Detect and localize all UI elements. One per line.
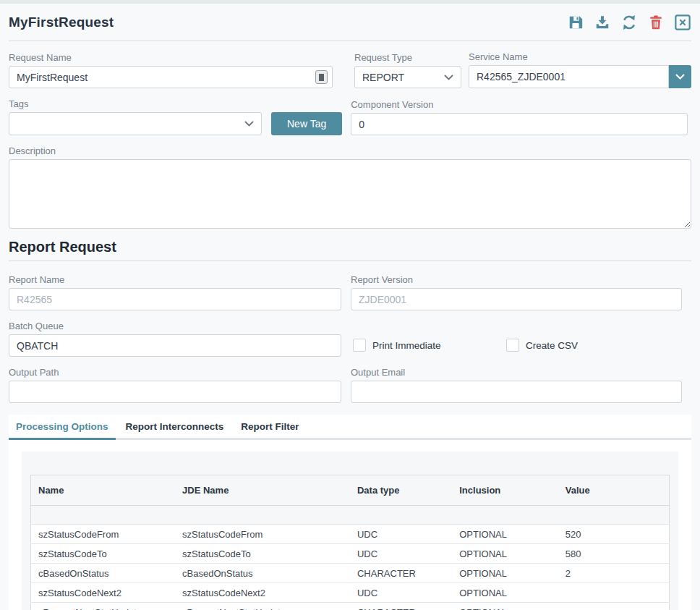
table-row[interactable]: szStatusCodeNext2 szStatusCodeNext2 UDC … — [31, 583, 670, 603]
form-row-output: Output Path Output Email — [9, 367, 691, 403]
component-version-field: Component Version — [351, 99, 688, 135]
column-header-inclusion: Inclusion — [452, 475, 558, 506]
column-header-jde-name: JDE Name — [175, 475, 350, 506]
request-type-select[interactable]: REPORT — [354, 66, 461, 88]
download-icon — [594, 14, 610, 30]
close-button[interactable] — [674, 14, 691, 31]
report-name-label: Report Name — [9, 274, 341, 285]
report-version-field: Report Version — [351, 274, 682, 310]
table-cell: szStatusCodeTo — [31, 544, 176, 564]
print-immediate-group: Print Immediate — [353, 339, 506, 352]
form-row-report: Report Name Report Version — [9, 274, 691, 310]
request-type-field: Request Type REPORT — [354, 52, 461, 88]
new-tag-button[interactable]: New Tag — [271, 112, 342, 135]
delete-button[interactable] — [647, 14, 665, 31]
refresh-icon — [621, 14, 637, 30]
table-cell: 2 — [558, 564, 670, 583]
report-name-input — [9, 288, 341, 310]
request-type-label: Request Type — [354, 52, 461, 63]
request-name-input[interactable] — [9, 66, 333, 88]
table-cell: OPTIONAL — [452, 583, 558, 603]
column-header-name: Name — [31, 475, 176, 506]
create-csv-checkbox[interactable] — [506, 339, 519, 352]
table-cell: CHARACTER — [350, 603, 452, 610]
table-row[interactable]: szStatusCodeTo szStatusCodeTo UDC OPTION… — [31, 544, 670, 564]
report-name-field: Report Name — [9, 274, 341, 310]
table-cell: cPreventNextStatUpdate — [31, 603, 176, 610]
chevron-down-icon — [675, 74, 685, 80]
output-path-input[interactable] — [9, 381, 341, 403]
request-header: MyFirstRequest — [9, 4, 691, 41]
tab-card: Processing Options Report Interconnects … — [9, 415, 691, 610]
refresh-button[interactable] — [620, 14, 638, 31]
service-name-label: Service Name — [469, 51, 691, 62]
table-row[interactable] — [31, 506, 670, 525]
create-csv-label: Create CSV — [526, 340, 578, 351]
component-version-label: Component Version — [351, 99, 688, 110]
report-request-heading: Report Request — [9, 239, 691, 255]
table-cell — [558, 603, 670, 610]
request-page: MyFirstRequest — [0, 4, 700, 610]
table-row[interactable]: cPreventNextStatUpdate cPreventNextStatU… — [31, 603, 670, 610]
table-cell: UDC — [350, 525, 452, 544]
form-row-2: Tags New Tag Component Version — [9, 98, 691, 135]
table-cell — [452, 506, 558, 525]
table-cell: UDC — [350, 583, 452, 603]
table-cell: 520 — [558, 525, 670, 544]
form-row-batch: Batch Queue Print Immediate Create CSV — [9, 321, 691, 357]
close-icon — [675, 14, 691, 30]
table-cell — [350, 506, 452, 525]
description-field: Description — [9, 145, 691, 232]
header-divider — [9, 41, 691, 41]
form-row-1: Request Name Request Type REPORT Service… — [9, 51, 691, 88]
chevron-down-icon — [244, 121, 254, 127]
table-row[interactable]: szStatusCodeFrom szStatusCodeFrom UDC OP… — [31, 525, 670, 544]
table-cell — [558, 583, 670, 603]
output-path-field: Output Path — [9, 367, 341, 403]
processing-options-table: Name JDE Name Data type Inclusion Value — [30, 475, 670, 610]
table-row[interactable]: cBasedOnStatus cBasedOnStatus CHARACTER … — [31, 564, 670, 583]
service-name-input[interactable] — [469, 65, 669, 88]
request-name-field: Request Name — [9, 52, 333, 88]
tags-label: Tags — [9, 98, 262, 109]
table-cell: szStatusCodeFrom — [175, 525, 350, 544]
print-immediate-checkbox[interactable] — [353, 339, 366, 352]
tab-processing-options[interactable]: Processing Options — [9, 415, 116, 440]
table-cell: OPTIONAL — [452, 564, 558, 583]
download-button[interactable] — [594, 14, 611, 31]
table-cell — [175, 506, 350, 525]
batch-queue-label: Batch Queue — [9, 321, 341, 331]
tags-select[interactable] — [9, 112, 262, 135]
request-name-label: Request Name — [9, 52, 333, 63]
save-button[interactable] — [567, 14, 584, 31]
batch-queue-input[interactable] — [9, 334, 341, 357]
tab-report-filter[interactable]: Report Filter — [234, 415, 306, 438]
service-name-field: Service Name — [469, 51, 691, 88]
column-header-data-type: Data type — [350, 475, 452, 506]
service-name-dropdown-button[interactable] — [669, 65, 691, 88]
header-actions — [567, 14, 691, 31]
table-cell: cBasedOnStatus — [31, 564, 176, 583]
output-email-field: Output Email — [351, 367, 682, 403]
table-cell — [31, 506, 176, 525]
processing-options-panel: Name JDE Name Data type Inclusion Value — [22, 452, 678, 610]
output-email-label: Output Email — [351, 367, 682, 378]
autofill-icon[interactable] — [315, 70, 328, 84]
chevron-down-icon — [444, 75, 453, 80]
output-email-input[interactable] — [351, 381, 682, 403]
description-textarea[interactable] — [9, 159, 691, 229]
table-header-row: Name JDE Name Data type Inclusion Value — [31, 475, 670, 506]
table-cell: 580 — [558, 544, 670, 564]
table-cell: szStatusCodeNext2 — [175, 583, 350, 603]
table-cell: szStatusCodeTo — [175, 544, 350, 564]
table-cell: szStatusCodeFrom — [31, 525, 176, 544]
form-row-description: Description — [9, 145, 691, 232]
page-title: MyFirstRequest — [9, 14, 114, 30]
batch-queue-field: Batch Queue — [9, 321, 341, 357]
print-immediate-label: Print Immediate — [372, 340, 441, 351]
table-cell: cBasedOnStatus — [175, 564, 350, 583]
table-cell: szStatusCodeNext2 — [31, 583, 176, 603]
component-version-input[interactable] — [351, 113, 688, 135]
tab-report-interconnects[interactable]: Report Interconnects — [119, 415, 231, 438]
tags-field: Tags — [9, 98, 262, 135]
